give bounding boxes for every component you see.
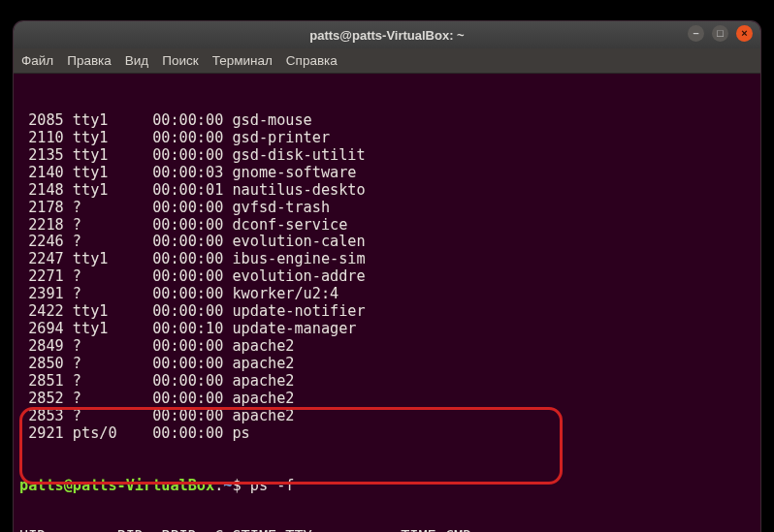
ps-row: 2849 ? 00:00:00 apache2	[19, 338, 755, 356]
terminal-window: patts@patts-VirtualBox: ~ – □ × Файл Пра…	[14, 21, 760, 532]
menu-edit[interactable]: Правка	[67, 53, 112, 68]
ps-row: 2391 ? 00:00:00 kworker/u2:4	[19, 286, 755, 303]
menu-terminal[interactable]: Терминал	[212, 53, 273, 68]
close-button[interactable]: ×	[736, 25, 753, 42]
ps-row: 2850 ? 00:00:00 apache2	[19, 356, 755, 373]
menu-help[interactable]: Справка	[286, 53, 338, 68]
menu-file[interactable]: Файл	[21, 53, 53, 68]
prompt-colon: :	[214, 477, 223, 494]
ps-row: 2140 tty1 00:00:03 gnome-software	[19, 165, 755, 182]
minimize-button[interactable]: –	[688, 25, 704, 42]
typed-command: ps -f	[250, 477, 295, 494]
ps-row: 2851 ? 00:00:00 apache2	[19, 373, 755, 391]
ps-row: 2852 ? 00:00:00 apache2	[19, 391, 755, 408]
prompt-dollar: $	[232, 477, 249, 494]
ps-row: 2135 tty1 00:00:00 gsd-disk-utilit	[19, 147, 755, 165]
menu-search[interactable]: Поиск	[162, 53, 198, 68]
ps-row: 2246 ? 00:00:00 evolution-calen	[19, 234, 755, 251]
ps-row: 2271 ? 00:00:00 evolution-addre	[19, 268, 755, 286]
maximize-button[interactable]: □	[712, 25, 728, 42]
ps-row: 2247 tty1 00:00:00 ibus-engine-sim	[19, 251, 755, 268]
ps-output: 2085 tty1 00:00:00 gsd-mouse 2110 tty1 0…	[19, 112, 755, 443]
ps-row: 2085 tty1 00:00:00 gsd-mouse	[19, 112, 755, 130]
window-controls: – □ ×	[688, 25, 753, 42]
titlebar: patts@patts-VirtualBox: ~ – □ ×	[14, 21, 760, 48]
window-title: patts@patts-VirtualBox: ~	[309, 28, 464, 43]
terminal-body[interactable]: 2085 tty1 00:00:00 gsd-mouse 2110 tty1 0…	[14, 74, 760, 532]
ps-row: 2853 ? 00:00:00 apache2	[19, 408, 755, 425]
ps-row: 2110 tty1 00:00:00 gsd-printer	[19, 130, 755, 147]
ps-row: 2218 ? 00:00:00 dconf-service	[19, 217, 755, 235]
menu-view[interactable]: Вид	[125, 53, 148, 68]
ps-row: 2921 pts/0 00:00:00 ps	[19, 425, 755, 443]
menubar: Файл Правка Вид Поиск Терминал Справка	[14, 48, 760, 74]
ps-row: 2178 ? 00:00:00 gvfsd-trash	[19, 200, 755, 217]
prompt-line-1: patts@patts-VirtualBox:~$ ps -f	[19, 478, 755, 495]
ps-row: 2422 tty1 00:00:00 update-notifier	[19, 303, 755, 321]
ps-row: 2694 tty1 00:00:10 update-manager	[19, 321, 755, 338]
ps-row: 2148 tty1 00:00:01 nautilus-deskto	[19, 182, 755, 200]
prompt-user: patts@patts-VirtualBox	[19, 477, 214, 494]
